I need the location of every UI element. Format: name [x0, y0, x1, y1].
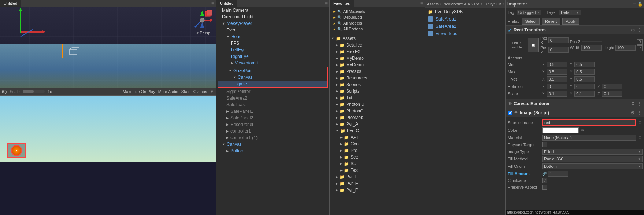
- revert-button[interactable]: Revert: [542, 18, 560, 25]
- tree-pre[interactable]: ▶ 📁 Pre: [330, 147, 425, 154]
- image-script-menu[interactable]: ⋮: [636, 110, 642, 115]
- max-x-input[interactable]: 0.5: [547, 69, 567, 75]
- rect-transform-gear[interactable]: ⚙: [631, 27, 635, 33]
- asset-viewertoast[interactable]: Viewertoast: [425, 30, 505, 37]
- tag-dropdown[interactable]: Untagged ▼: [517, 10, 542, 15]
- color-picker[interactable]: [542, 127, 579, 133]
- image-enabled-checkbox[interactable]: [508, 111, 512, 115]
- tree-firefx[interactable]: ▶ 📁 Fire FX: [330, 48, 425, 55]
- tree-sce[interactable]: ▶ 📁 Sce: [330, 154, 425, 160]
- rect-transform-header[interactable]: ⤢ Rect Transform ⚙ ⋮: [506, 26, 644, 34]
- clockwise-checkbox[interactable]: [542, 178, 547, 183]
- bc-picomobile[interactable]: PicoMobileSDK: [443, 2, 470, 6]
- hierarchy-item-safepanel1[interactable]: ▶ SafePanel1: [216, 108, 329, 115]
- tree-picomob[interactable]: ▶ 📁 PicoMob: [330, 114, 425, 121]
- hierarchy-item-gaze[interactable]: gaze: [218, 81, 327, 87]
- hierarchy-item-canvas-root[interactable]: ▼ Canvas: [216, 141, 329, 148]
- scale-slider[interactable]: [23, 90, 45, 93]
- fav-debuglog[interactable]: ★ 🔍 DebugLog: [331, 14, 423, 20]
- asset-safearea2[interactable]: SafeArea2: [425, 23, 505, 30]
- hierarchy-item-gazepoint[interactable]: ▼ GazePoint: [218, 67, 327, 74]
- apply-button[interactable]: Apply: [562, 18, 579, 25]
- source-image-picker[interactable]: ⊙: [637, 120, 643, 125]
- layer-dropdown[interactable]: Default ▼: [559, 10, 581, 15]
- tree-scenes[interactable]: ▶ 📁 Scenes: [330, 81, 425, 88]
- stats-label[interactable]: Stats: [181, 89, 190, 94]
- hierarchy-item-safearea2[interactable]: SafeArea2: [216, 95, 329, 101]
- hierarchy-item-canvas[interactable]: ▼ Canvas: [218, 74, 327, 81]
- maximize-label[interactable]: Maximize On Play: [123, 89, 155, 94]
- tree-assets-root[interactable]: ▼ 📁 Assets: [330, 35, 425, 42]
- canvas-renderer-menu[interactable]: ⋮: [637, 101, 643, 106]
- tree-api[interactable]: ▶ 📁 API: [330, 134, 425, 141]
- scale-x-input[interactable]: 0.1: [547, 91, 567, 97]
- tree-resources[interactable]: ▶ 📁 Resources: [330, 75, 425, 81]
- tree-pvrc[interactable]: ▼ 📁 Pvr_C: [330, 127, 425, 134]
- min-y-input[interactable]: 0.5: [574, 62, 595, 67]
- tree-prefabs[interactable]: ▶ 📁 Prefabs: [330, 68, 425, 75]
- width-input[interactable]: 100: [581, 45, 602, 51]
- hierarchy-tab[interactable]: Untitled: [216, 0, 237, 7]
- min-x-input[interactable]: 0.5: [547, 62, 567, 67]
- rot-x-input[interactable]: 0: [547, 84, 567, 89]
- scale-z-input[interactable]: 0.1: [602, 91, 622, 97]
- posy-input[interactable]: 0: [548, 47, 569, 53]
- gizmos-label[interactable]: Gizmos: [193, 89, 207, 94]
- hierarchy-item-controller1[interactable]: ▶ controller1: [216, 128, 329, 134]
- hierarchy-item-sightpointer[interactable]: SightPointer: [216, 88, 329, 95]
- canvas-renderer-header[interactable]: 👁 Canvas Renderer ⚙ ⋮: [506, 99, 644, 108]
- bc-assets[interactable]: Assets: [427, 2, 439, 6]
- tree-scripts[interactable]: ▶ 📁 Scripts: [330, 88, 425, 94]
- material-picker[interactable]: ⊙: [637, 135, 643, 140]
- fill-origin-dropdown[interactable]: Bottom ▼: [542, 163, 643, 169]
- hierarchy-item-event[interactable]: Event: [216, 27, 329, 33]
- select-button[interactable]: Select: [522, 18, 540, 25]
- source-image-input[interactable]: red: [542, 119, 636, 126]
- bc-pvr[interactable]: PVR_UnitySDK: [474, 2, 502, 6]
- fav-all-materials[interactable]: ★ 🔍 All Materials: [331, 8, 423, 14]
- tree-photonc[interactable]: ▶ 📁 PhotonC: [330, 108, 425, 114]
- fill-method-dropdown[interactable]: Radial 360 ▼: [542, 156, 643, 162]
- tree-pvre[interactable]: ▶ 📁 Pvr_E: [330, 174, 425, 180]
- pivot-y-input[interactable]: 0.5: [574, 76, 595, 82]
- tree-scr[interactable]: ▶ 📁 Scr: [330, 160, 425, 167]
- tree-detailed[interactable]: ▶ 📁 Detailed: [330, 42, 425, 48]
- tree-tex[interactable]: ▶ 📁 Tex: [330, 167, 425, 174]
- hierarchy-item-resetpanel[interactable]: ▶ ResetPanel: [216, 121, 329, 128]
- ui-circle-button[interactable]: ●: [11, 145, 22, 156]
- fill-amount-input[interactable]: 1: [548, 171, 568, 177]
- canvas-renderer-gear[interactable]: ⚙: [631, 101, 635, 106]
- fav-all-prefabs[interactable]: ★ 🔍 All Prefabs: [331, 26, 423, 32]
- scene-tab[interactable]: Untitled: [0, 0, 21, 7]
- r-button-pos[interactable]: R: [637, 39, 643, 45]
- fav-all-models[interactable]: ★ 🔍 All Models: [331, 20, 423, 26]
- tree-mydemo1[interactable]: ▶ 📁 MyDemo: [330, 55, 425, 62]
- image-type-dropdown[interactable]: Filled ▼: [542, 149, 643, 155]
- hierarchy-item-dir-light[interactable]: Directional Light: [216, 14, 329, 20]
- asset-pvr-unitysdk[interactable]: 📁 Pvr_UnitySDK: [425, 8, 505, 15]
- gizmos-dropdown[interactable]: ▼: [210, 89, 214, 94]
- image-script-gear[interactable]: ⚙: [630, 110, 635, 115]
- hierarchy-item-fps[interactable]: FPS: [216, 40, 329, 47]
- color-eyedropper[interactable]: ✏: [580, 128, 585, 133]
- tree-pvra[interactable]: ▶ 📁 Pvr_A: [330, 121, 425, 127]
- rot-y-input[interactable]: 0: [574, 84, 595, 89]
- project-tab[interactable]: Favorites: [330, 0, 354, 7]
- hierarchy-item-righteye[interactable]: RightEye: [216, 53, 329, 60]
- raycast-checkbox[interactable]: [542, 142, 547, 147]
- hierarchy-item-button[interactable]: ▶ Button: [216, 148, 329, 154]
- hierarchy-item-lefteye[interactable]: LeftEye: [216, 47, 329, 53]
- hierarchy-item-main-camera[interactable]: Main Camera: [216, 7, 329, 14]
- hierarchy-item-safetoast[interactable]: SafeToast: [216, 101, 329, 108]
- tree-txt[interactable]: ▶ 📁 Txt: [330, 94, 425, 101]
- preserve-checkbox[interactable]: [542, 185, 547, 190]
- tree-pvrh[interactable]: ▶ 📁 Pvr_H: [330, 180, 425, 187]
- tree-mydemo2[interactable]: ▶ 📁 MyDemo: [330, 62, 425, 68]
- height-input[interactable]: 100: [615, 45, 636, 51]
- rot-z-input[interactable]: 0: [602, 84, 622, 89]
- anchor-widget[interactable]: [528, 38, 539, 52]
- scale-y-input[interactable]: 0.1: [574, 91, 595, 97]
- hierarchy-item-controller1-1[interactable]: ▶ controller1 (1): [216, 134, 329, 141]
- lock-icon[interactable]: 🔒: [637, 1, 643, 7]
- image-script-header[interactable]: 👁 Image (Script) ⚙ ⋮: [506, 108, 644, 117]
